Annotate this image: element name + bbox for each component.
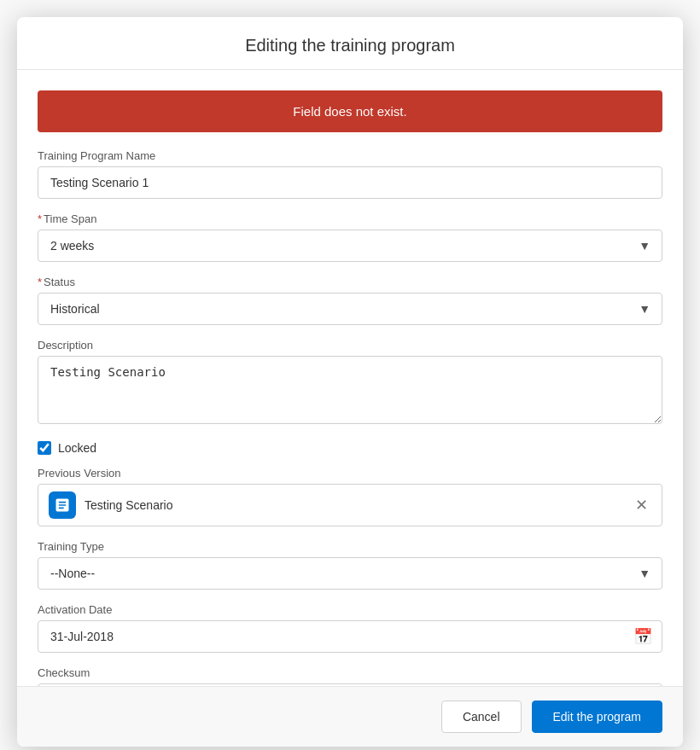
locked-checkbox-row: Locked [38, 441, 662, 455]
label-previous-version: Previous Version [38, 467, 662, 480]
modal-header: Editing the training program [17, 17, 683, 70]
edit-program-button[interactable]: Edit the program [532, 701, 663, 733]
clear-previous-version-button[interactable]: ✕ [632, 496, 651, 515]
label-locked[interactable]: Locked [58, 441, 96, 455]
modal-backdrop: Editing the training program Field does … [0, 0, 700, 750]
field-training-type: Training Type --None-- Online Instructor… [38, 540, 662, 590]
label-time-span: *Time Span [38, 212, 662, 225]
previous-version-field: Testing Scenario ✕ [38, 484, 662, 526]
field-description: Description Testing Scenario [38, 339, 662, 427]
input-activation-date[interactable] [38, 620, 662, 653]
training-type-select-wrapper: --None-- Online Instructor-Led Blended ▼ [38, 557, 662, 590]
edit-program-modal: Editing the training program Field does … [17, 17, 683, 747]
required-star-time-span: * [38, 212, 42, 225]
error-banner: Field does not exist. [38, 90, 662, 132]
label-checksum: Checksum [38, 666, 662, 679]
error-message: Field does not exist. [293, 104, 406, 119]
time-span-select-wrapper: 2 weeks 1 week 4 weeks 3 months ▼ [38, 230, 662, 262]
checkbox-locked[interactable] [38, 441, 51, 455]
modal-body: Field does not exist. Training Program N… [17, 70, 683, 686]
field-time-span: *Time Span 2 weeks 1 week 4 weeks 3 mont… [38, 212, 662, 262]
modal-footer: Cancel Edit the program [17, 686, 683, 747]
select-status[interactable]: Historical Active Inactive Draft [38, 293, 662, 325]
textarea-description[interactable]: Testing Scenario [38, 356, 662, 424]
field-checksum: Checksum [38, 666, 662, 686]
status-select-wrapper: Historical Active Inactive Draft ▼ [38, 293, 662, 325]
label-training-type: Training Type [38, 540, 662, 553]
required-star-status: * [38, 276, 42, 288]
select-training-type[interactable]: --None-- Online Instructor-Led Blended [38, 557, 662, 590]
field-previous-version: Previous Version Testing Scenario ✕ [38, 467, 662, 526]
program-icon [49, 491, 76, 519]
label-description: Description [38, 339, 662, 352]
field-activation-date: Activation Date 📅 [38, 603, 662, 653]
activation-date-wrapper: 📅 [38, 620, 662, 653]
modal-title: Editing the training program [38, 36, 662, 55]
previous-version-text: Testing Scenario [85, 498, 623, 512]
field-program-name: Training Program Name [38, 149, 662, 199]
field-status: *Status Historical Active Inactive Draft… [38, 276, 662, 325]
select-time-span[interactable]: 2 weeks 1 week 4 weeks 3 months [38, 230, 662, 262]
input-program-name[interactable] [38, 166, 662, 199]
cancel-button[interactable]: Cancel [441, 701, 522, 733]
label-program-name: Training Program Name [38, 149, 662, 162]
label-status: *Status [38, 276, 662, 288]
label-activation-date: Activation Date [38, 603, 662, 616]
